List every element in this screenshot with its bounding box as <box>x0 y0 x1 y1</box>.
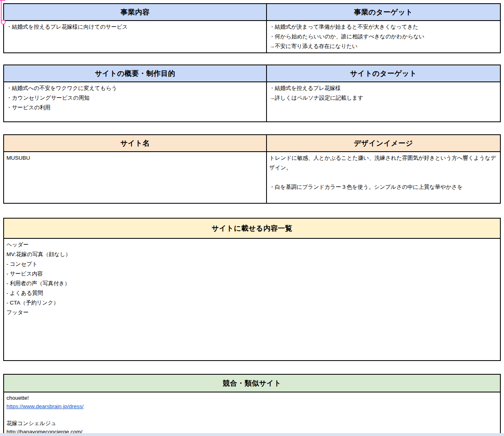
collaborator-cursor-line <box>1 0 2 21</box>
text-line: ・白を基調にブランドカラー３色を使う。シンプルさの中に上質な華やかさを <box>269 182 498 192</box>
site-contents-header-row: サイトに載せる内容一覧 <box>4 219 500 239</box>
header-text: デザインイメージ <box>354 138 413 148</box>
text-line: ・結婚式を控えるプレ花嫁様 <box>269 83 498 93</box>
business-table-body-row: ・結婚式を控えるプレ花嫁様に向けてのサービス ・結婚式が決まって準備が始まると不… <box>4 21 500 52</box>
header-text: サイトのターゲット <box>350 69 417 78</box>
text-line: MUSUBU <box>6 153 264 163</box>
text-line: - コンセプト <box>6 259 498 269</box>
competitor-site-link[interactable]: https://www.dearsbrain.jp/dress/ <box>6 403 83 409</box>
site-name-header: サイト名 <box>4 135 267 151</box>
collaborator-cursor-top-bar <box>0 0 5 1</box>
text-line: ヘッダー <box>6 240 498 250</box>
document-body: 事業内容 事業のターゲット ・結婚式を控えるプレ花嫁様に向けてのサービス ・結婚… <box>3 3 501 436</box>
text-line: ・サービスの利用 <box>6 103 264 113</box>
business-content-cell[interactable]: ・結婚式を控えるプレ花嫁様に向けてのサービス <box>4 21 267 52</box>
text-line: ・カウンセリングサービスの周知 <box>6 93 264 103</box>
text-line: - CTA（予約リンク） <box>6 298 498 308</box>
site-name-body-row: MUSUBU トレンドに敏感、人とかぶることた嫌い、洗練された雰囲気が好きという… <box>4 152 500 203</box>
site-name-header-row: サイト名 デザインイメージ <box>4 135 500 152</box>
site-target-cell[interactable]: ・結婚式を控えるプレ花嫁様 →詳しくはペルソナ設定に記載します <box>267 82 500 121</box>
business-content-header: 事業内容 <box>4 4 267 20</box>
site-overview-table: サイトの概要・制作目的 サイトのターゲット ・結婚式への不安をワクワクに変えても… <box>3 65 501 122</box>
site-overview-cell[interactable]: ・結婚式への不安をワクワクに変えてもらう ・カウンセリングサービスの周知 ・サー… <box>4 82 267 121</box>
site-contents-header: サイトに載せる内容一覧 <box>4 219 500 238</box>
site-contents-table: サイトに載せる内容一覧 ヘッダー MV:花嫁の写真（顔なし） - コンセプト -… <box>3 218 501 361</box>
design-image-cell[interactable]: トレンドに敏感、人とかぶることた嫌い、洗練された雰囲気が好きという方へ響くような… <box>267 152 500 203</box>
text-line: ・何から始めたらいいのか、誰に相談すべきなのかわからない <box>269 32 498 42</box>
design-image-header: デザインイメージ <box>267 135 500 151</box>
site-overview-body-row: ・結婚式への不安をワクワクに変えてもらう ・カウンセリングサービスの周知 ・サー… <box>4 82 500 121</box>
competitors-header-row: 競合・類似サイト <box>4 375 500 392</box>
competitors-body-row: chouette! https://www.dearsbrain.jp/dres… <box>4 392 500 436</box>
text-line: トレンドに敏感、人とかぶることた嫌い、洗練された雰囲気が好きという方へ響くような… <box>269 153 498 173</box>
site-target-header: サイトのターゲット <box>267 65 500 81</box>
text-line: - よくある質問 <box>6 288 498 298</box>
site-contents-body-row: ヘッダー MV:花嫁の写真（顔なし） - コンセプト - サービス内容 - 利用… <box>4 239 500 360</box>
header-text: 事業内容 <box>121 7 150 17</box>
bottom-edge-strip <box>0 433 504 436</box>
text-line: - サービス内容 <box>6 269 498 279</box>
header-text: サイト名 <box>120 138 150 148</box>
header-text: 事業のターゲット <box>354 7 413 17</box>
header-text: サイトに載せる内容一覧 <box>212 223 292 233</box>
text-line: MV:花嫁の写真（顔なし） <box>6 250 498 259</box>
site-name-table: サイト名 デザインイメージ MUSUBU トレンドに敏感、人とかぶることた嫌い、… <box>3 134 501 204</box>
text-line: →不安に寄り添える存在になりたい <box>269 42 498 51</box>
business-target-cell[interactable]: ・結婚式が決まって準備が始まると不安が大きくなってきた ・何から始めたらいいのか… <box>267 21 500 52</box>
competitor-site-name: chouette! <box>6 394 498 402</box>
business-target-header: 事業のターゲット <box>267 4 500 20</box>
competitors-header: 競合・類似サイト <box>4 375 500 392</box>
text-line: フッター <box>6 308 498 317</box>
business-table: 事業内容 事業のターゲット ・結婚式を控えるプレ花嫁様に向けてのサービス ・結婚… <box>3 3 501 53</box>
header-text: サイトの概要・制作目的 <box>95 69 175 78</box>
blank-line <box>269 173 498 182</box>
text-line: →詳しくはペルソナ設定に記載します <box>269 93 498 103</box>
blank-line <box>6 411 498 419</box>
text-line: ・結婚式への不安をワクワクに変えてもらう <box>6 83 264 93</box>
site-overview-header: サイトの概要・制作目的 <box>4 65 267 81</box>
text-line: ・結婚式を控えるプレ花嫁様に向けてのサービス <box>6 22 264 32</box>
site-name-cell[interactable]: MUSUBU <box>4 152 267 203</box>
header-text: 競合・類似サイト <box>223 378 281 388</box>
text-line: - 利用者の声（写真付き） <box>6 279 498 288</box>
site-overview-header-row: サイトの概要・制作目的 サイトのターゲット <box>4 65 500 82</box>
competitors-cell[interactable]: chouette! https://www.dearsbrain.jp/dres… <box>4 392 500 436</box>
business-table-header-row: 事業内容 事業のターゲット <box>4 4 500 21</box>
site-contents-cell[interactable]: ヘッダー MV:花嫁の写真（顔なし） - コンセプト - サービス内容 - 利用… <box>4 239 500 319</box>
competitor-site-name: 花嫁コンシェルジュ <box>6 419 498 428</box>
text-line: ・結婚式が決まって準備が始まると不安が大きくなってきた <box>269 22 498 32</box>
competitors-table: 競合・類似サイト chouette! https://www.dearsbrai… <box>3 374 501 436</box>
